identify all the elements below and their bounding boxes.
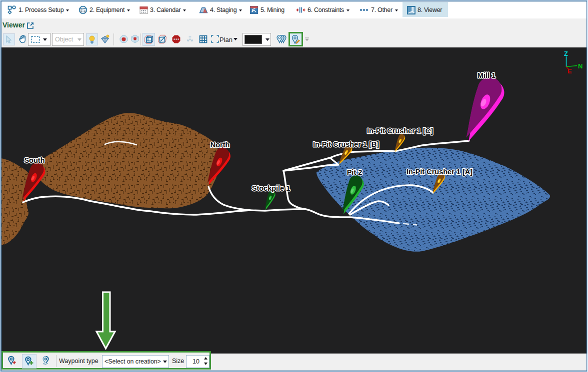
- svg-text:Stockpile 1: Stockpile 1: [252, 184, 290, 192]
- svg-text:In-Pit Crusher 1 [A]: In-Pit Crusher 1 [A]: [406, 168, 472, 176]
- svg-text:North: North: [210, 141, 230, 149]
- svg-text:Z: Z: [564, 50, 568, 57]
- svg-text:In-Pit Crusher 1 [C]: In-Pit Crusher 1 [C]: [367, 127, 433, 135]
- svg-text:South: South: [24, 156, 44, 164]
- svg-text:E: E: [568, 67, 572, 75]
- svg-text:N: N: [578, 62, 582, 70]
- svg-text:Pit 2: Pit 2: [347, 168, 362, 176]
- svg-text:Mill 1: Mill 1: [478, 71, 496, 79]
- svg-text:In-Pit Crusher 1 [B]: In-Pit Crusher 1 [B]: [313, 140, 379, 148]
